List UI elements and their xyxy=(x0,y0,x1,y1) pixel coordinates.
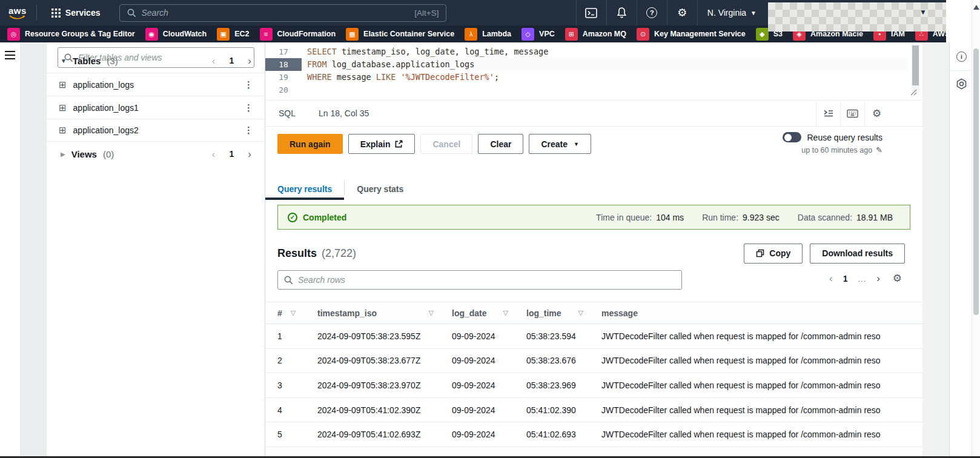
page-prev-icon[interactable]: ‹ xyxy=(212,56,216,66)
views-section-header[interactable]: ▶ Views (0) ‹ 1 › xyxy=(61,144,265,164)
elastic-container-service-icon: ▦ xyxy=(346,28,359,41)
favorites-item[interactable]: ◎Resource Groups & Tag Editor xyxy=(7,28,135,41)
query-action-buttons: Run again Explain Cancel Clear Create ▼ xyxy=(277,134,591,154)
tables-count: (3) xyxy=(107,56,118,66)
table-cell: 3 xyxy=(277,380,317,390)
global-search[interactable]: [Alt+S] xyxy=(119,4,446,22)
editor-settings-button[interactable]: ⚙ xyxy=(864,101,889,126)
favorites-item[interactable]: ◉CloudWatch xyxy=(145,28,207,41)
table-row[interactable]: 12024-09-09T05:38:23.595Z09-09-202405:38… xyxy=(265,324,922,349)
tab-query-stats[interactable]: Query stats xyxy=(345,184,416,200)
editor-scrollbar-thumb[interactable] xyxy=(912,45,919,85)
column-header-timestamp-iso[interactable]: timestamp_iso▽ xyxy=(317,308,452,318)
table-actions-menu-icon[interactable]: ⋮ xyxy=(244,125,254,136)
hamburger-menu-button[interactable] xyxy=(5,51,15,59)
aws-logo[interactable]: aws xyxy=(8,6,27,19)
sql-editor[interactable]: 1617SELECT timestamp_iso, log_date, log_… xyxy=(265,42,922,100)
bell-icon xyxy=(616,7,627,19)
editor-scrollbar[interactable] xyxy=(912,45,919,92)
global-search-input[interactable] xyxy=(141,8,409,18)
page-next-icon[interactable]: › xyxy=(248,149,251,159)
services-menu-button[interactable]: Services xyxy=(45,0,107,25)
reuse-results-toggle[interactable] xyxy=(783,132,801,142)
column-header-message[interactable]: message xyxy=(601,308,922,318)
page-next-icon[interactable]: › xyxy=(876,273,880,285)
settings-button[interactable]: ⚙ xyxy=(667,0,697,25)
sort-filter-icon[interactable]: ▽ xyxy=(429,309,434,317)
column-header-log-date[interactable]: log_date▽ xyxy=(452,308,526,318)
metric-value: 18.91 MB xyxy=(856,213,893,222)
download-results-button[interactable]: Download results xyxy=(810,244,905,264)
expand-table-icon[interactable]: ⊞ xyxy=(59,79,67,90)
editor-language-label: SQL xyxy=(279,108,296,118)
table-row[interactable]: 32024-09-09T05:38:23.970Z09-09-202405:38… xyxy=(265,373,922,398)
clear-button[interactable]: Clear xyxy=(478,134,523,154)
edit-pencil-icon[interactable]: ✎ xyxy=(876,145,882,154)
table-cell: 05:38:23.676 xyxy=(526,356,601,365)
toggle-knob xyxy=(784,134,792,141)
page-scrollbar-thumb[interactable] xyxy=(973,48,979,315)
sort-filter-icon[interactable]: ▽ xyxy=(578,309,583,317)
cancel-button[interactable]: Cancel xyxy=(420,134,472,154)
tab-query-results[interactable]: Query results xyxy=(265,184,344,200)
editor-resize-handle[interactable] xyxy=(909,87,917,98)
triangle-down-icon[interactable]: ▼ xyxy=(61,58,67,64)
table-actions-menu-icon[interactable]: ⋮ xyxy=(244,79,254,90)
favorites-item-label: EC2 xyxy=(234,30,249,38)
search-rows-box[interactable] xyxy=(277,270,682,290)
favorites-item[interactable]: ⊙Key Management Service xyxy=(637,28,746,41)
format-query-button[interactable] xyxy=(816,101,840,126)
table-row[interactable]: 52024-09-09T05:41:02.693Z09-09-202405:41… xyxy=(265,422,922,447)
keyboard-shortcuts-button[interactable] xyxy=(840,101,864,126)
table-cell: 5 xyxy=(277,430,317,439)
notifications-button[interactable] xyxy=(606,0,637,25)
table-row[interactable]: 42024-09-09T05:41:02.390Z09-09-202405:41… xyxy=(265,398,922,423)
favorites-item[interactable]: ▣EC2 xyxy=(217,28,249,41)
column-header-log-time[interactable]: log_time▽ xyxy=(526,308,601,318)
info-panel-button[interactable]: i xyxy=(950,42,973,71)
scroll-up-arrow-icon[interactable] xyxy=(973,5,979,10)
page-next-icon[interactable]: › xyxy=(248,56,251,66)
region-selector[interactable]: N. Virginia ▼ xyxy=(697,0,766,25)
tables-section-header[interactable]: ▼ Tables (3) ‹ 1 › xyxy=(61,51,265,70)
favorites-item-label: Amazon MQ xyxy=(583,30,626,38)
table-list-item[interactable]: ⊞application_logs⋮ xyxy=(47,73,265,96)
explain-button[interactable]: Explain xyxy=(348,134,416,154)
favorites-item[interactable]: ◇VPC xyxy=(521,28,555,41)
sort-filter-icon[interactable]: ▽ xyxy=(291,309,296,317)
table-actions-menu-icon[interactable]: ⋮ xyxy=(244,102,254,113)
table-row[interactable]: 22024-09-09T05:38:23.677Z09-09-202405:38… xyxy=(265,349,922,374)
expand-table-icon[interactable]: ⊞ xyxy=(59,102,67,113)
page-scrollbar[interactable] xyxy=(972,0,980,458)
run-again-button[interactable]: Run again xyxy=(277,134,343,154)
results-preferences-button[interactable]: ⚙ xyxy=(893,272,902,285)
favorites-overflow-chevron[interactable]: › xyxy=(965,27,969,39)
search-icon xyxy=(284,276,293,285)
line-number: 19 xyxy=(265,71,302,84)
services-grid-icon xyxy=(51,8,61,18)
column-header-index[interactable]: #▽ xyxy=(277,308,317,318)
code-text: SELECT timestamp_iso, log_date, log_time… xyxy=(302,45,548,58)
favorites-item[interactable]: λLambda xyxy=(465,28,511,41)
favorites-item[interactable]: ≡CloudFormation xyxy=(260,28,336,41)
table-list-item[interactable]: ⊞application_logs2⋮ xyxy=(47,119,265,142)
create-button[interactable]: Create ▼ xyxy=(529,134,591,154)
page-prev-icon[interactable]: ‹ xyxy=(829,273,833,285)
page-prev-icon[interactable]: ‹ xyxy=(212,149,216,159)
hexagon-panel-button[interactable] xyxy=(950,71,973,96)
favorites-item[interactable]: ▦Elastic Container Service xyxy=(346,28,454,41)
table-cell: JWTDecodeFilter called when request is m… xyxy=(601,331,922,341)
s3-icon: ◆ xyxy=(756,28,769,41)
code-text xyxy=(302,84,307,96)
help-button[interactable]: ? xyxy=(637,0,667,25)
search-rows-input[interactable] xyxy=(298,275,675,285)
favorites-item[interactable]: ⊞Amazon MQ xyxy=(565,28,626,41)
expand-table-icon[interactable]: ⊞ xyxy=(59,125,67,136)
editor-line: 20 xyxy=(265,84,908,96)
copy-button[interactable]: Copy xyxy=(744,244,803,264)
sort-filter-icon[interactable]: ▽ xyxy=(503,309,508,317)
dropdown-caret-icon[interactable]: ▼ xyxy=(919,8,927,16)
table-list-item[interactable]: ⊞application_logs1⋮ xyxy=(47,96,265,119)
cloudshell-button[interactable] xyxy=(576,0,606,25)
triangle-right-icon[interactable]: ▶ xyxy=(61,151,65,158)
